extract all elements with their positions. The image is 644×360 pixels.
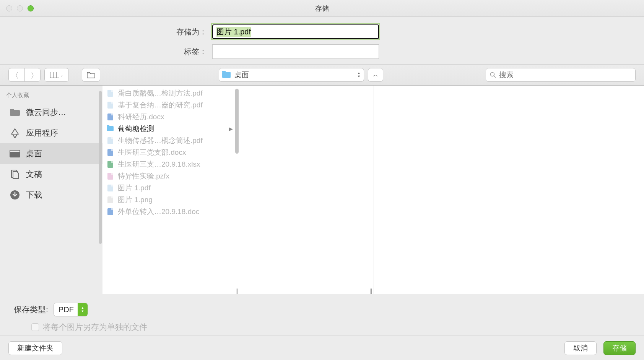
xlsx-icon bbox=[106, 161, 114, 168]
search-input[interactable] bbox=[499, 71, 631, 79]
location-label: 桌面 bbox=[234, 70, 249, 80]
file-row[interactable]: 特异性实验.pzfx bbox=[102, 170, 240, 182]
png-icon bbox=[106, 196, 114, 204]
file-name: 生物传感器…概念简述.pdf bbox=[118, 136, 203, 146]
file-browser: 个人收藏 微云同步…应用程序桌面文稿下载 蛋白质酪氨…检测方法.pdf基于复合纳… bbox=[0, 86, 644, 294]
format-row: 保存类型: PDF ▲▼ bbox=[14, 303, 630, 316]
file-name: 生医研三支…20.9.18.xlsx bbox=[118, 159, 200, 169]
location-select[interactable]: 桌面 ▲▼ bbox=[219, 68, 364, 82]
format-value: PDF bbox=[59, 305, 74, 314]
toolbar: 〈 〉 ⌄ 桌面 ▲▼ ︿ bbox=[0, 64, 644, 86]
search-icon bbox=[490, 72, 496, 78]
nav-segment: 〈 〉 bbox=[8, 68, 41, 82]
svg-rect-0 bbox=[50, 72, 59, 78]
docs-icon bbox=[9, 170, 21, 179]
downloads-icon bbox=[9, 190, 21, 199]
separate-files-label: 将每个图片另存为单独的文件 bbox=[43, 322, 147, 332]
pdf-icon bbox=[106, 101, 114, 109]
column-resize-handle[interactable]: ‖ bbox=[368, 288, 374, 292]
chevron-down-icon: ⌄ bbox=[60, 73, 63, 77]
format-select[interactable]: PDF ▲▼ bbox=[54, 303, 88, 316]
save-as-row: 存储为： bbox=[0, 24, 644, 39]
sidebar: 个人收藏 微云同步…应用程序桌面文稿下载 bbox=[0, 86, 102, 294]
file-name: 科研经历.docx bbox=[118, 112, 164, 122]
file-row[interactable]: 生物传感器…概念简述.pdf bbox=[102, 135, 240, 146]
file-name: 蛋白质酪氨…检测方法.pdf bbox=[118, 88, 203, 98]
file-name: 特异性实验.pzfx bbox=[118, 171, 169, 181]
new-folder-button[interactable]: 新建文件夹 bbox=[8, 341, 62, 355]
file-row[interactable]: 葡萄糖检测▶ bbox=[102, 123, 240, 135]
stepper-icon: ▲▼ bbox=[357, 71, 361, 78]
column-resize-handle[interactable]: ‖ bbox=[234, 288, 241, 292]
file-row[interactable]: 图片 1.pdf bbox=[102, 182, 240, 194]
file-name: 外单位转入…20.9.18.doc bbox=[118, 207, 199, 217]
file-name: 图片 1.pdf bbox=[118, 183, 151, 193]
view-mode-button[interactable]: ⌄ bbox=[44, 68, 69, 82]
tags-input[interactable] bbox=[212, 44, 379, 59]
titlebar: 存储 bbox=[0, 0, 644, 17]
file-row[interactable]: 外单位转入…20.9.18.doc bbox=[102, 206, 240, 217]
svg-rect-8 bbox=[10, 151, 20, 152]
action-button[interactable] bbox=[82, 68, 100, 82]
window-controls bbox=[0, 5, 34, 11]
chevron-right-icon: ▶ bbox=[229, 126, 233, 132]
sidebar-scrollbar[interactable] bbox=[99, 91, 102, 244]
chevron-up-icon: ︿ bbox=[373, 71, 378, 78]
file-row[interactable]: 基于复合纳…器的研究.pdf bbox=[102, 99, 240, 111]
pdf-icon bbox=[106, 137, 114, 144]
save-as-input[interactable] bbox=[212, 24, 379, 39]
folder-icon bbox=[9, 108, 21, 117]
file-row[interactable]: 图片 1.png bbox=[102, 194, 240, 206]
docx-icon bbox=[106, 113, 114, 121]
apps-icon bbox=[9, 128, 21, 138]
folder-icon bbox=[222, 72, 231, 78]
file-row[interactable]: 科研经历.docx bbox=[102, 111, 240, 123]
tags-label: 标签： bbox=[0, 47, 212, 57]
file-name: 基于复合纳…器的研究.pdf bbox=[118, 100, 203, 110]
svg-line-4 bbox=[494, 76, 496, 78]
folder-icon bbox=[87, 71, 95, 78]
column-scrollbar[interactable] bbox=[235, 89, 239, 154]
sidebar-item-label: 下载 bbox=[26, 190, 42, 200]
separate-files-checkbox[interactable] bbox=[31, 323, 39, 331]
svg-point-3 bbox=[491, 73, 494, 76]
back-button[interactable]: 〈 bbox=[8, 68, 24, 82]
search-field[interactable] bbox=[486, 68, 636, 82]
docx-icon bbox=[106, 149, 114, 156]
sidebar-item-4[interactable]: 下载 bbox=[0, 185, 102, 205]
minimize-window-icon[interactable] bbox=[17, 5, 23, 11]
desktop-icon bbox=[9, 149, 21, 158]
file-row[interactable]: 生医研三党支部.docx bbox=[102, 146, 240, 158]
pdf-icon bbox=[106, 89, 114, 97]
chevron-right-icon: 〉 bbox=[31, 71, 34, 79]
sidebar-item-label: 微云同步… bbox=[26, 107, 66, 118]
cancel-button[interactable]: 取消 bbox=[564, 341, 597, 355]
svg-rect-5 bbox=[10, 110, 20, 116]
file-column-1: 蛋白质酪氨…检测方法.pdf基于复合纳…器的研究.pdf科研经历.docx葡萄糖… bbox=[102, 86, 240, 294]
pdf-icon bbox=[106, 184, 114, 192]
svg-rect-6 bbox=[10, 109, 14, 111]
sidebar-item-label: 桌面 bbox=[26, 148, 42, 159]
save-fields: 存储为： 标签： bbox=[0, 17, 644, 64]
format-label: 保存类型: bbox=[14, 304, 48, 315]
footer: 新建文件夹 取消 存储 bbox=[0, 336, 644, 360]
sidebar-item-0[interactable]: 微云同步… bbox=[0, 102, 102, 123]
sidebar-item-3[interactable]: 文稿 bbox=[0, 164, 102, 185]
folder-icon bbox=[106, 125, 114, 133]
file-row[interactable]: 蛋白质酪氨…检测方法.pdf bbox=[102, 87, 240, 99]
format-bar: 保存类型: PDF ▲▼ 将每个图片另存为单独的文件 bbox=[0, 294, 644, 336]
close-window-icon[interactable] bbox=[6, 5, 12, 11]
zoom-window-icon[interactable] bbox=[28, 5, 34, 11]
file-row[interactable]: 生医研三支…20.9.18.xlsx bbox=[102, 158, 240, 170]
save-button[interactable]: 存储 bbox=[603, 341, 636, 355]
sidebar-item-1[interactable]: 应用程序 bbox=[0, 123, 102, 143]
collapse-button[interactable]: ︿ bbox=[368, 68, 383, 82]
forward-button[interactable]: 〉 bbox=[24, 68, 41, 82]
columns-icon bbox=[50, 72, 59, 78]
save-as-label: 存储为： bbox=[0, 27, 212, 37]
separate-files-row: 将每个图片另存为单独的文件 bbox=[14, 322, 630, 332]
doc-icon bbox=[106, 208, 114, 216]
window-title: 存储 bbox=[315, 4, 329, 13]
sidebar-item-2[interactable]: 桌面 bbox=[0, 143, 102, 164]
chevron-left-icon: 〈 bbox=[16, 71, 18, 79]
